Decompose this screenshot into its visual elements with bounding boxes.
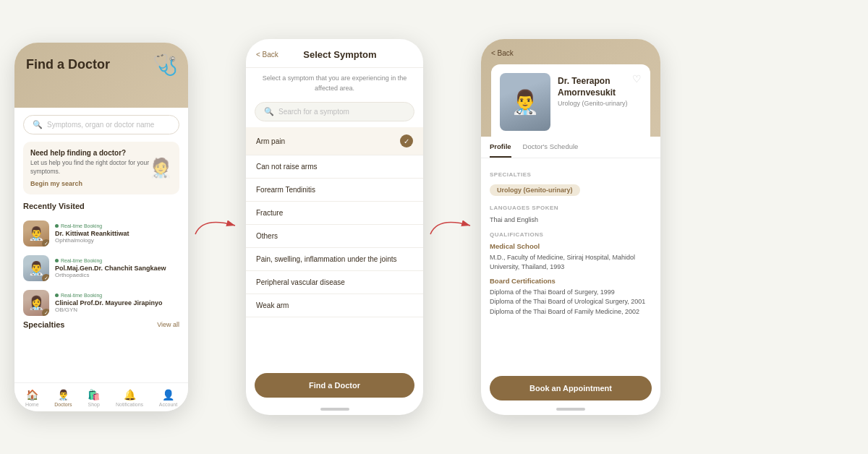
doctor-main-name: Dr. Teerapon Amornvesukit xyxy=(558,76,642,98)
arrow1-container xyxy=(188,213,246,241)
screen2-subtitle: Select a symptom that you are experienci… xyxy=(246,68,423,99)
doctor-specialty: Orthopaedics xyxy=(55,272,166,278)
realtime-badge: Real-time Booking xyxy=(55,258,166,263)
profile-content: SPECIALTIES Urology (Genito-urinary) LAN… xyxy=(481,158,660,370)
profile-tabs: Profile Doctor's Schedule xyxy=(481,137,660,158)
screen1-phone: Find a Doctor 🩺 🔍 Symptoms, organ or doc… xyxy=(14,43,188,411)
realtime-badge: Real-time Booking xyxy=(55,293,163,298)
tab-doctors-schedule[interactable]: Doctor's Schedule xyxy=(523,137,579,158)
list-item[interactable]: Peripheral vascular disease xyxy=(246,271,423,294)
list-item[interactable]: Arm pain ✓ xyxy=(246,127,423,155)
doctor-main-info: Dr. Teerapon Amornvesukit Urology (Genit… xyxy=(558,73,642,131)
book-appointment-button[interactable]: Book an Appointment xyxy=(490,376,652,401)
doctor-specialty: Ophthalmology xyxy=(55,237,129,244)
list-item[interactable]: 👩‍⚕️ ✓ Real-time Booking Clinical Prof.D… xyxy=(14,286,188,320)
specialties-section: Specialties View all xyxy=(14,320,188,329)
help-card-title: Need help finding a doctor? xyxy=(30,149,149,157)
nav-doctors-label: Doctors xyxy=(54,402,72,407)
nav-doctors[interactable]: 👨‍⚕️ Doctors xyxy=(54,389,72,407)
list-item[interactable]: 👨‍⚕️ ✓ Real-time Booking Dr. Kittiwat Re… xyxy=(14,216,188,251)
list-item[interactable]: Can not raise arms xyxy=(246,155,423,179)
symptom-name: Others xyxy=(256,232,278,240)
view-all-link[interactable]: View all xyxy=(157,321,179,328)
screen2-phone: < Back Select Symptom Select a symptom t… xyxy=(246,39,423,415)
nav-home-label: Home xyxy=(25,402,39,407)
languages-text: Thai and English xyxy=(490,215,652,226)
search-icon: 🔍 xyxy=(264,107,274,116)
avatar: 👨‍⚕️ ✓ xyxy=(23,220,49,247)
doctor-main-specialty: Urology (Genito-urinary) xyxy=(558,100,642,107)
favorite-icon[interactable]: ♡ xyxy=(632,73,642,85)
find-doctor-button[interactable]: Find a Doctor xyxy=(255,373,414,398)
symptom-name: Pain, swelling, inflammation under the j… xyxy=(256,255,397,263)
qualifications-section-label: QUALIFICATIONS xyxy=(490,231,652,238)
stethoscope-icon: 🩺 xyxy=(153,53,178,77)
symptom-name: Weak arm xyxy=(256,301,289,309)
search-icon: 🔍 xyxy=(33,120,43,129)
medical-school-title: Medical School xyxy=(490,242,652,250)
nav-notifications[interactable]: 🔔 Notifications xyxy=(116,389,143,407)
list-item[interactable]: Pain, swelling, inflammation under the j… xyxy=(246,248,423,271)
languages-section-label: LANGUAGES SPOKEN xyxy=(490,205,652,211)
arrow2-svg xyxy=(427,213,477,241)
symptom-search-bar[interactable]: 🔍 Search for a symptom xyxy=(255,102,414,121)
help-card: Need help finding a doctor? Let us help … xyxy=(23,142,179,194)
nav-home[interactable]: 🏠 Home xyxy=(25,389,39,407)
list-item[interactable]: Weak arm xyxy=(246,294,423,317)
nav-notifications-label: Notifications xyxy=(116,402,143,407)
doctor-name: Dr. Kittiwat Reankittiwat xyxy=(55,230,129,237)
nav-shop[interactable]: 🛍️ Shop xyxy=(88,389,100,407)
notifications-icon: 🔔 xyxy=(124,389,136,401)
check-icon: ✓ xyxy=(400,134,413,147)
bottom-navigation: 🏠 Home 👨‍⚕️ Doctors 🛍️ Shop 🔔 Notificati… xyxy=(14,382,188,411)
screen3-phone: < Back 👨‍⚕️ Dr. Teerapon Amornvesukit Ur… xyxy=(481,39,660,415)
help-card-figure: 🧑‍⚕️ xyxy=(149,157,172,179)
back-button[interactable]: < Back xyxy=(491,49,650,57)
verified-badge: ✓ xyxy=(42,239,49,247)
board-cert-title: Board Certifications xyxy=(490,277,652,285)
doctor-specialty: OB/GYN xyxy=(55,307,163,313)
screen2-title: Select Symptom xyxy=(284,49,396,60)
symptom-name: Arm pain xyxy=(256,137,285,145)
specialties-section-label: SPECIALTIES xyxy=(490,171,652,178)
list-item[interactable]: Others xyxy=(246,225,423,248)
screen3-doctor-profile: < Back 👨‍⚕️ Dr. Teerapon Amornvesukit Ur… xyxy=(481,39,660,415)
avatar: 👩‍⚕️ ✓ xyxy=(23,290,49,316)
nav-account[interactable]: 👤 Account xyxy=(159,389,177,407)
doctor-name: Pol.Maj.Gen.Dr. Chanchit Sangkaew xyxy=(55,265,166,272)
symptom-name: Forearm Tendinitis xyxy=(256,186,315,194)
search-bar[interactable]: 🔍 Symptoms, organ or doctor name xyxy=(23,115,179,134)
verified-badge: ✓ xyxy=(42,274,49,281)
shop-icon: 🛍️ xyxy=(88,389,100,401)
doctor-profile-card: 👨‍⚕️ Dr. Teerapon Amornvesukit Urology (… xyxy=(491,64,650,137)
home-indicator xyxy=(320,408,349,411)
symptom-name: Can not raise arms xyxy=(256,163,317,171)
avatar: 👨‍⚕️ ✓ xyxy=(23,255,49,281)
arrow1-svg xyxy=(192,213,242,241)
screen2-header: < Back Select Symptom xyxy=(246,39,423,68)
doctors-icon: 👨‍⚕️ xyxy=(57,389,69,401)
tab-profile[interactable]: Profile xyxy=(490,137,511,158)
board-cert-2: Diploma of the Thai Board of Urological … xyxy=(490,297,652,307)
help-card-desc: Let us help you find the right doctor fo… xyxy=(30,159,149,176)
doctor-name: Clinical Prof.Dr. Mayuree Jirapinyo xyxy=(55,299,163,307)
nav-shop-label: Shop xyxy=(88,402,100,407)
begin-search-link[interactable]: Begin my search xyxy=(30,180,149,187)
arrow2-container xyxy=(423,213,481,241)
screen2-select-symptom: < Back Select Symptom Select a symptom t… xyxy=(246,39,423,415)
doctor-main-avatar: 👨‍⚕️ xyxy=(500,73,550,131)
list-item[interactable]: 👨‍⚕️ ✓ Real-time Booking Pol.Maj.Gen.Dr.… xyxy=(14,251,188,286)
list-item[interactable]: Forearm Tendinitis xyxy=(246,179,423,202)
symptom-name: Fracture xyxy=(256,209,283,217)
screen1-find-doctor: Find a Doctor 🩺 🔍 Symptoms, organ or doc… xyxy=(14,43,188,411)
search-input-placeholder: Symptoms, organ or doctor name xyxy=(47,121,154,129)
specialties-label: Specialties xyxy=(23,320,64,329)
realtime-badge: Real-time Booking xyxy=(55,223,129,228)
symptom-search-placeholder: Search for a symptom xyxy=(278,108,349,116)
home-icon: 🏠 xyxy=(26,389,38,401)
recently-visited-label: Recently Visited xyxy=(23,202,179,210)
verified-badge: ✓ xyxy=(42,309,49,316)
back-button[interactable]: < Back xyxy=(256,51,278,59)
specialty-badge: Urology (Genito-urinary) xyxy=(490,184,580,196)
list-item[interactable]: Fracture xyxy=(246,202,423,225)
